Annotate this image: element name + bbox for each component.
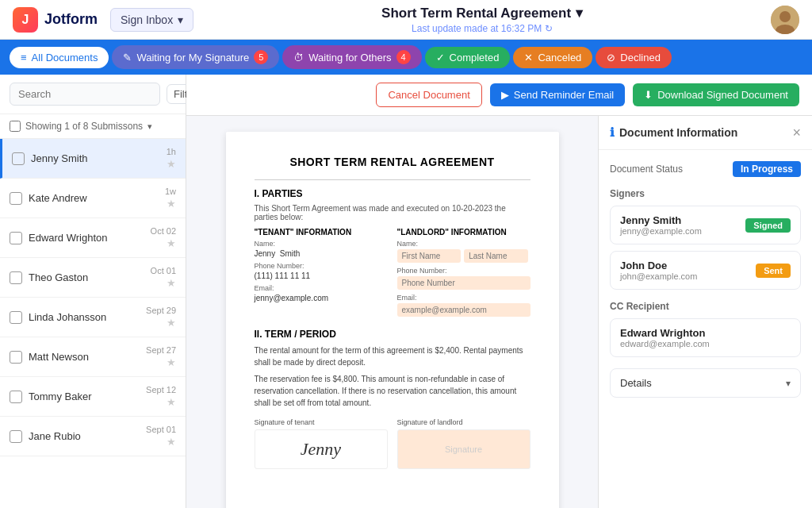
doc-list-item[interactable]: Theo Gaston Oct 01 ★ [0, 258, 186, 298]
panel-close-button[interactable]: × [792, 125, 801, 140]
tab-declined-icon: ⊘ [607, 52, 615, 64]
parties-intro: This Short Term Agreement was made and e… [255, 204, 530, 221]
term-section: II. TERM / PERIOD The rental amount for … [255, 329, 530, 409]
doc-item-star[interactable]: ★ [167, 356, 176, 368]
doc-item-star[interactable]: ★ [167, 158, 176, 170]
avatar[interactable] [771, 6, 799, 34]
doc-item-meta: Sept 01 ★ [146, 425, 176, 448]
doc-and-panel: SHORT TERM RENTAL AGREEMENT I. PARTIES T… [186, 116, 812, 508]
doc-list-item[interactable]: Jenny Smith 1h ★ [0, 139, 186, 179]
details-label: Details [620, 377, 652, 389]
landlord-last-name-input[interactable] [464, 249, 528, 263]
doc-item-checkbox[interactable] [10, 391, 22, 403]
search-bar: Filter ▼ [0, 75, 186, 114]
signer-email-0: jenny@example.com [620, 226, 702, 236]
doc-list-item[interactable]: Jane Rubio Sept 01 ★ [0, 417, 186, 456]
signer-info-1: John Doe john@example.com [620, 260, 697, 281]
sig-landlord-box[interactable]: Signature [397, 429, 530, 469]
tenant-name-value: Jenny Smith [255, 249, 388, 258]
landlord-name-inputs [397, 249, 530, 263]
tab-all[interactable]: ≡ All Documents [10, 47, 109, 68]
doc-item-star[interactable]: ★ [167, 436, 176, 448]
doc-status-row: Document Status In Progress [610, 161, 801, 177]
document-paper-title: SHORT TERM RENTAL AGREEMENT [255, 156, 530, 168]
doc-list-item[interactable]: Kate Andrew 1w ★ [0, 179, 186, 218]
document-viewer: SHORT TERM RENTAL AGREEMENT I. PARTIES T… [186, 116, 598, 508]
tenant-phone-value: (111) 111 11 11 [255, 271, 388, 280]
status-badge: In Progress [733, 161, 801, 177]
doc-list-item[interactable]: Tommy Baker Sept 12 ★ [0, 377, 186, 417]
tab-all-label: All Documents [32, 52, 98, 64]
doc-item-checkbox[interactable] [10, 311, 22, 324]
right-panel: ℹ Document Information × Document Status… [598, 116, 812, 508]
doc-item-checkbox[interactable] [10, 232, 22, 244]
doc-item-star[interactable]: ★ [167, 237, 176, 249]
section1-title: I. PARTIES [255, 188, 530, 199]
signer-name-1: John Doe [620, 260, 697, 271]
doc-item-time: Oct 01 [151, 266, 176, 275]
doc-item-name: Matt Newson [29, 351, 140, 363]
doc-item-star[interactable]: ★ [167, 396, 176, 408]
logo-icon: J [13, 7, 38, 33]
tab-canceled[interactable]: ✕ Canceled [513, 47, 592, 68]
refresh-icon[interactable]: ↻ [545, 23, 553, 34]
landlord-email-label: Email: [397, 294, 530, 302]
cancel-document-button[interactable]: Cancel Document [376, 83, 481, 107]
document-subtitle: Last update made at 16:32 PM ↻ [193, 23, 771, 34]
tab-waiting-mine[interactable]: ✎ Waiting for My Signature 5 [112, 45, 279, 69]
term-text-2: The reservation fee is $4,800. This amou… [255, 373, 530, 409]
doc-item-star[interactable]: ★ [167, 317, 176, 329]
doc-item-time: 1w [165, 187, 176, 196]
tab-canceled-label: Canceled [538, 52, 581, 64]
doc-item-checkbox[interactable] [10, 430, 22, 443]
content-toolbar: Cancel Document ▶ Send Reminder Email ⬇ … [186, 75, 812, 116]
doc-item-time: Sept 29 [146, 306, 176, 315]
document-paper: SHORT TERM RENTAL AGREEMENT I. PARTIES T… [226, 132, 559, 508]
doc-list-item[interactable]: Matt Newson Sept 27 ★ [0, 337, 186, 377]
tab-completed-icon: ✓ [436, 52, 445, 64]
landlord-col-title: "LANDLORD" INFORMATION [397, 228, 530, 237]
doc-item-name: Theo Gaston [29, 271, 144, 283]
signature-section: Signature of tenant Jenny Signature of l… [255, 418, 530, 469]
sign-inbox-button[interactable]: Sign Inbox ▾ [110, 8, 193, 32]
details-header[interactable]: Details ▾ [611, 369, 800, 397]
sig-tenant-box: Jenny [255, 429, 388, 469]
search-input[interactable] [10, 83, 160, 106]
submissions-header: Showing 1 of 8 Submissons ▾ [0, 114, 186, 139]
tab-completed-label: Completed [450, 52, 500, 64]
doc-item-time: 1h [167, 147, 176, 156]
doc-item-checkbox[interactable] [10, 271, 22, 284]
send-reminder-button[interactable]: ▶ Send Reminder Email [490, 83, 625, 106]
doc-item-meta: Oct 01 ★ [151, 266, 176, 289]
doc-item-star[interactable]: ★ [167, 198, 176, 210]
tab-declined-label: Declined [620, 52, 661, 64]
tab-declined[interactable]: ⊘ Declined [596, 47, 672, 68]
landlord-column: "LANDLORD" INFORMATION Name: Phone Numbe… [397, 228, 530, 321]
download-signed-button[interactable]: ⬇ Download Signed Document [633, 83, 799, 106]
doc-item-checkbox[interactable] [10, 192, 22, 205]
doc-item-time: Sept 27 [146, 345, 176, 355]
cc-title: CC Recipient [610, 301, 801, 312]
tab-waiting-others[interactable]: ⏱ Waiting for Others 4 [282, 45, 421, 69]
landlord-phone-input[interactable] [397, 276, 530, 290]
submissions-chevron[interactable]: ▾ [147, 121, 152, 132]
panel-info-icon: ℹ [610, 125, 615, 140]
landlord-email-input[interactable] [397, 303, 530, 317]
logo: J Jotform [13, 7, 98, 33]
doc-list-item[interactable]: Edward Wrighton Oct 02 ★ [0, 218, 186, 258]
sig-tenant: Signature of tenant Jenny [255, 418, 388, 469]
title-dropdown-icon[interactable]: ▾ [576, 5, 583, 21]
doc-item-name: Jane Rubio [29, 430, 140, 442]
landlord-first-name-input[interactable] [397, 249, 462, 263]
doc-item-meta: Sept 29 ★ [146, 306, 176, 329]
tab-bar: ≡ All Documents ✎ Waiting for My Signatu… [0, 40, 812, 75]
tab-completed[interactable]: ✓ Completed [425, 47, 511, 68]
signer-status-1: Sent [756, 264, 791, 278]
doc-list-item[interactable]: Linda Johansson Sept 29 ★ [0, 298, 186, 337]
select-all-checkbox[interactable] [10, 121, 21, 132]
doc-item-checkbox[interactable] [12, 152, 25, 165]
doc-item-checkbox[interactable] [10, 351, 22, 364]
signers-title: Signers [610, 188, 801, 199]
doc-item-star[interactable]: ★ [167, 277, 176, 289]
signer-name-0: Jenny Smith [620, 214, 702, 226]
